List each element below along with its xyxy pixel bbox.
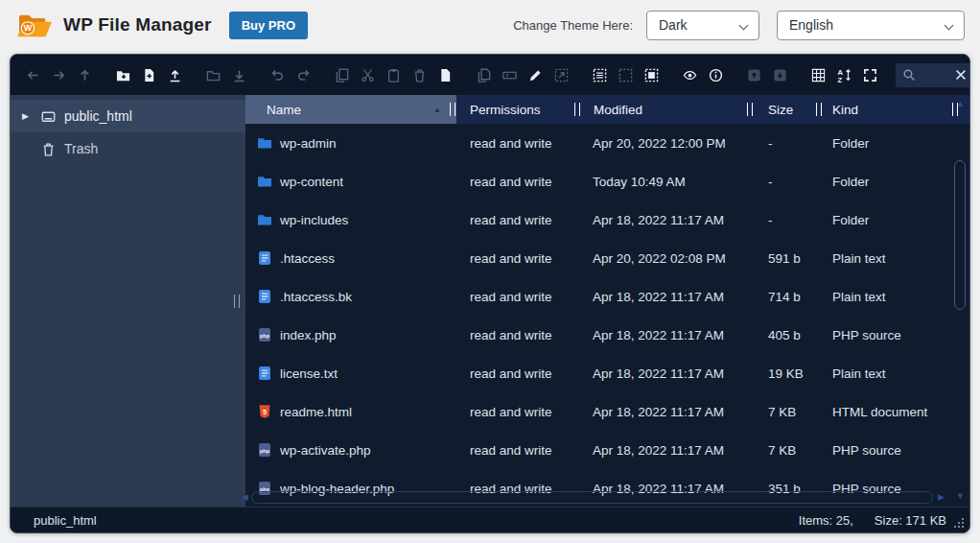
horizontal-scrollbar-thumb[interactable]: [251, 491, 933, 504]
search-box[interactable]: [896, 63, 970, 87]
info-button[interactable]: [703, 62, 729, 88]
new-folder-button[interactable]: [110, 62, 136, 88]
window-resize-grip[interactable]: [954, 517, 965, 528]
caret-right-icon[interactable]: ▶: [22, 111, 34, 121]
cell-name: index.php: [245, 327, 456, 342]
column-header-kind[interactable]: Kind: [823, 95, 969, 124]
icons-view-button[interactable]: [805, 62, 831, 88]
archive-button[interactable]: [741, 62, 767, 88]
cell-kind: Folder: [823, 175, 969, 189]
rename-icon: [502, 68, 517, 83]
paste-icon: [386, 68, 401, 83]
empty-file-button[interactable]: [432, 62, 458, 88]
toolbar-group: [200, 62, 252, 88]
column-header-modified[interactable]: Modified: [581, 95, 754, 124]
file-row-license.txt[interactable]: license.txtread and writeApr 18, 2022 11…: [245, 354, 969, 392]
edit-button[interactable]: [523, 62, 548, 88]
sidebar-resize-handle[interactable]: [234, 295, 240, 308]
file-text-icon: [257, 289, 272, 304]
change-theme-label: Change Theme Here:: [513, 18, 633, 33]
file-html-icon: [257, 404, 272, 419]
download-button[interactable]: [226, 62, 252, 88]
up-arrow-button[interactable]: [72, 62, 98, 88]
page-title: WP File Manager: [63, 14, 212, 35]
preview-icon: [683, 68, 697, 83]
undo-button[interactable]: [265, 62, 291, 88]
column-header-permissions[interactable]: Permissions: [456, 95, 581, 124]
clear-search-icon[interactable]: [954, 68, 968, 82]
open-folder-button[interactable]: [200, 62, 226, 88]
scroll-right-icon[interactable]: ▶: [938, 493, 945, 502]
upload-button[interactable]: [162, 62, 188, 88]
theme-select[interactable]: Dark: [646, 11, 759, 40]
file-row-index.php[interactable]: index.phpread and writeApr 18, 2022 11:1…: [245, 316, 969, 354]
extract-button[interactable]: [767, 62, 793, 88]
file-row-wp-admin[interactable]: wp-adminread and writeApr 20, 2022 12:00…: [245, 124, 969, 162]
cell-modified: Apr 18, 2022 11:17 AM: [581, 366, 754, 381]
file-text-icon: [257, 366, 272, 381]
sort-asc-icon: ▲: [433, 106, 441, 114]
search-input[interactable]: [916, 68, 954, 82]
trash-button[interactable]: [407, 62, 432, 88]
select-all-button[interactable]: [587, 62, 613, 88]
scroll-up-icon[interactable]: ▲: [956, 100, 965, 108]
select-none-icon: [618, 68, 633, 83]
duplicate-button[interactable]: [471, 62, 497, 88]
forward-arrow-icon: [52, 68, 66, 83]
file-row-wp-includes[interactable]: wp-includesread and writeApr 18, 2022 11…: [245, 201, 969, 239]
scroll-left-icon[interactable]: ◀: [242, 493, 248, 502]
preview-button[interactable]: [677, 62, 703, 88]
total-size: Size: 171 KB: [875, 513, 946, 528]
back-arrow-button[interactable]: [20, 62, 46, 88]
file-php-icon: [257, 327, 272, 342]
vertical-scrollbar-thumb[interactable]: [954, 160, 966, 310]
file-row-readme.html[interactable]: readme.htmlread and writeApr 18, 2022 11…: [245, 392, 969, 431]
column-resize-handle[interactable]: [450, 103, 455, 116]
rename-button[interactable]: [497, 62, 523, 88]
file-name: .htaccess.bk: [280, 290, 352, 304]
file-row-wp-content[interactable]: wp-contentread and writeToday 10:49 AM-F…: [245, 162, 969, 201]
file-row-wp-activate.php[interactable]: wp-activate.phpread and writeApr 18, 202…: [245, 431, 969, 469]
cell-modified: Apr 20, 2022 12:00 PM: [581, 136, 754, 151]
download-icon: [232, 68, 246, 83]
fullscreen-button[interactable]: [857, 62, 883, 88]
file-name: license.txt: [280, 366, 338, 381]
toolbar-group: [329, 62, 458, 88]
cut-button[interactable]: [355, 62, 381, 88]
scroll-down-icon[interactable]: ▼: [956, 492, 965, 501]
cell-name: .htaccess.bk: [245, 289, 456, 304]
cell-kind: Plain text: [823, 366, 969, 381]
sidebar-item-public_html[interactable]: ▶public_html: [11, 100, 245, 132]
column-resize-handle[interactable]: [574, 103, 580, 116]
cell-modified: Apr 18, 2022 11:17 AM: [581, 405, 754, 419]
toolbar-group: [805, 62, 883, 88]
cell-kind: PHP source: [823, 328, 969, 342]
current-path: public_html: [34, 513, 97, 528]
forward-arrow-button[interactable]: [46, 62, 72, 88]
redo-button[interactable]: [291, 62, 316, 88]
file-row-.htaccess.bk[interactable]: .htaccess.bkread and writeApr 18, 2022 1…: [245, 277, 969, 316]
cell-name: wp-includes: [245, 212, 456, 227]
column-resize-handle[interactable]: [816, 103, 822, 116]
items-count: Items: 25,: [799, 513, 853, 528]
column-resize-handle[interactable]: [747, 103, 753, 116]
invert-selection-button[interactable]: [639, 62, 665, 88]
buy-pro-button[interactable]: Buy PRO: [229, 12, 308, 39]
file-name: wp-includes: [280, 213, 348, 227]
cell-modified: Apr 20, 2022 02:08 PM: [581, 251, 754, 266]
file-row-.htaccess[interactable]: .htaccessread and writeApr 20, 2022 02:0…: [245, 239, 969, 277]
column-header-size[interactable]: Size: [754, 95, 823, 124]
sort-button[interactable]: [831, 62, 857, 88]
copy-button[interactable]: [329, 62, 355, 88]
new-file-button[interactable]: [136, 62, 162, 88]
column-header-name[interactable]: Name▲: [245, 95, 456, 124]
resize-button[interactable]: [548, 62, 574, 88]
paste-button[interactable]: [381, 62, 407, 88]
redo-icon: [296, 68, 311, 83]
language-select[interactable]: English: [777, 11, 965, 40]
status-bar: public_html Items: 25, Size: 171 KB: [11, 507, 969, 532]
toolbar-group: [265, 62, 316, 88]
cell-modified: Apr 18, 2022 11:17 AM: [581, 443, 754, 458]
select-none-button[interactable]: [613, 62, 639, 88]
sidebar-item-trash[interactable]: Trash: [11, 132, 245, 165]
